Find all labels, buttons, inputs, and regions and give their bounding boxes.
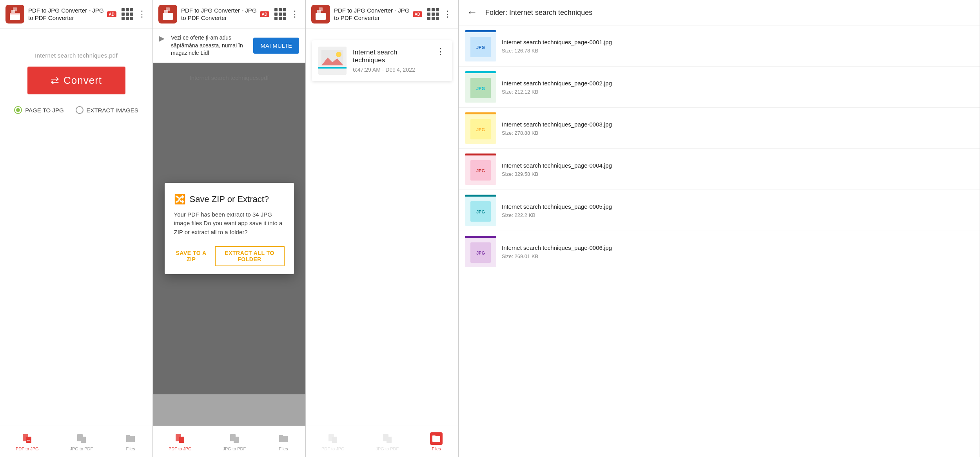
panel-3: PDF to JPG Converter - JPG to PDF Conver… (306, 0, 459, 457)
app-bar-2: PDF to JPG Converter - JPG to PDF Conver… (153, 0, 305, 29)
app-bar-actions-3: AD ⋮ (413, 7, 453, 21)
nav-files-label-2: Files (279, 446, 288, 451)
back-button[interactable]: ← (466, 6, 477, 19)
nav-pdf-jpg-label-2: PDF to JPG (169, 446, 192, 451)
nav-jpg-to-pdf-1[interactable]: JPG to PDF (70, 432, 93, 451)
file-thumbnail: JPG (465, 195, 496, 226)
nav-pdf-jpg-icon-3 (327, 432, 339, 445)
nav-files-label-3: Files (432, 446, 441, 451)
svg-rect-8 (81, 437, 86, 443)
mai-multe-button[interactable]: MAI MULTE (253, 38, 299, 54)
file-item[interactable]: JPG Internet search techniques_page-0006… (459, 231, 980, 272)
overflow-menu-3[interactable]: ⋮ (443, 9, 453, 19)
nav-files-2[interactable]: Files (277, 432, 290, 451)
radio-extract-images[interactable]: EXTRACT IMAGES (76, 106, 138, 114)
ad-badge-2: AD (260, 11, 269, 17)
file-size-text: Size: 329.58 KB (502, 171, 973, 177)
file-item[interactable]: JPG Internet search techniques_page-0002… (459, 67, 980, 108)
folder-header-title: Folder: Internet search techniques (485, 9, 592, 17)
convert-label: Convert (64, 74, 102, 87)
grid-icon-btn-1[interactable] (120, 7, 134, 21)
svg-text:JPG: JPG (476, 45, 485, 50)
ad-badge-1: AD (107, 11, 116, 17)
nav-jpg-pdf-icon-3 (381, 432, 394, 445)
panel-1-content: Internet search techniques.pdf ⇄ Convert… (0, 29, 152, 426)
app-bar-1: PDF to JPG Converter - JPG to PDF Conver… (0, 0, 152, 29)
grid-dots-icon-1 (122, 8, 133, 20)
nav-pdf-to-jpg-2[interactable]: PDF to JPG (169, 432, 192, 451)
nav-files-label-1: Files (126, 446, 135, 451)
file-info: Internet search techniques_page-0006.jpg… (502, 244, 973, 259)
bottom-nav-1: JPG PDF to JPG JPG to PDF Files (0, 426, 152, 457)
ad-play-button[interactable]: ▶ (159, 34, 165, 43)
app-bar-actions-1: AD ⋮ (107, 7, 147, 21)
nav-jpg-to-pdf-3[interactable]: JPG to PDF (376, 432, 399, 451)
file-size-text: Size: 278.88 KB (502, 130, 973, 136)
extract-all-to-folder-button[interactable]: EXTRACT ALL TO FOLDER (215, 246, 285, 266)
svg-point-26 (336, 52, 341, 57)
dialog-actions: SAVE TO A ZIP EXTRACT ALL TO FOLDER (174, 246, 285, 266)
file-item[interactable]: JPG Internet search techniques_page-0001… (459, 25, 980, 67)
convert-button[interactable]: ⇄ Convert (27, 67, 125, 94)
folder-menu-button[interactable]: ⋮ (436, 47, 446, 57)
radio-page-to-jpg[interactable]: PAGE TO JPG (14, 106, 64, 114)
svg-text:JPG: JPG (476, 251, 485, 255)
file-item[interactable]: JPG Internet search techniques_page-0003… (459, 108, 980, 149)
svg-rect-27 (318, 67, 347, 69)
grid-dots-icon-2 (274, 8, 286, 20)
radio-circle-extract (76, 106, 83, 114)
nav-pdf-jpg-label-3: PDF to JPG (321, 446, 345, 451)
nav-pdf-jpg-label-1: PDF to JPG (16, 446, 39, 451)
svg-rect-10 (126, 435, 130, 437)
file-size-text: Size: 269.01 KB (502, 253, 973, 259)
dialog-icon: 🔀 (174, 194, 186, 205)
file-info: Internet search techniques_page-0005.jpg… (502, 202, 973, 218)
folder-card[interactable]: Internet search techniques 6:47:29 AM - … (312, 40, 452, 81)
file-info: Internet search techniques_page-0004.jpg… (502, 161, 973, 177)
file-name-text: Internet search techniques_page-0003.jpg (502, 120, 973, 128)
nav-files-icon-1 (124, 432, 137, 445)
grid-icon-btn-2[interactable] (273, 7, 287, 21)
file-item[interactable]: JPG Internet search techniques_page-0004… (459, 149, 980, 190)
file-thumbnail: JPG (465, 30, 496, 61)
overflow-menu-2[interactable]: ⋮ (290, 9, 300, 19)
grid-icon-btn-3[interactable] (426, 7, 440, 21)
svg-rect-19 (279, 435, 283, 437)
dialog-body: Your PDF has been extract to 34 JPG imag… (174, 210, 285, 237)
file-name-text: Internet search techniques_page-0001.jpg (502, 38, 973, 46)
folder-name: Internet search techniques (353, 49, 430, 64)
panel-1: PDF to JPG Converter - JPG to PDF Conver… (0, 0, 153, 457)
file-name-text: Internet search techniques_page-0005.jpg (502, 202, 973, 211)
nav-files-1[interactable]: Files (124, 432, 137, 451)
bottom-nav-2: PDF to JPG JPG to PDF Files (153, 426, 305, 457)
file-info: Internet search techniques_page-0001.jpg… (502, 38, 973, 54)
file-item[interactable]: JPG Internet search techniques_page-0005… (459, 190, 980, 231)
dialog-title-text: Save ZIP or Extract? (190, 194, 269, 204)
file-thumbnail: JPG (465, 154, 496, 185)
app-icon-3 (311, 5, 330, 23)
grid-dots-icon-3 (427, 8, 439, 20)
nav-files-icon-3 (430, 432, 443, 445)
svg-rect-29 (332, 437, 337, 443)
nav-jpg-pdf-icon-2 (228, 432, 241, 445)
svg-rect-13 (166, 7, 170, 11)
nav-pdf-to-jpg-3[interactable]: PDF to JPG (321, 432, 345, 451)
svg-rect-22 (319, 7, 323, 11)
ad-text: Vezi ce oferte ți-am adus săptămâna acea… (171, 34, 249, 57)
file-list-header: ← Folder: Internet search techniques (459, 0, 980, 25)
nav-files-3[interactable]: Files (430, 432, 443, 451)
radio-page-label: PAGE TO JPG (25, 107, 64, 114)
panel-2: PDF to JPG Converter - JPG to PDF Conver… (153, 0, 306, 457)
nav-jpg-pdf-label-1: JPG to PDF (70, 446, 93, 451)
radio-extract-label: EXTRACT IMAGES (87, 107, 138, 114)
nav-jpg-to-pdf-2[interactable]: JPG to PDF (223, 432, 246, 451)
ad-badge-3: AD (413, 11, 422, 17)
file-size-text: Size: 212.12 KB (502, 89, 973, 95)
svg-text:JPG: JPG (476, 127, 485, 132)
overflow-menu-1[interactable]: ⋮ (138, 9, 147, 19)
nav-jpg-pdf-icon-1 (75, 432, 88, 445)
file-name-text: Internet search techniques_page-0002.jpg (502, 79, 973, 87)
svg-rect-33 (432, 435, 436, 437)
nav-pdf-to-jpg-1[interactable]: JPG PDF to JPG (16, 432, 39, 451)
save-to-zip-button[interactable]: SAVE TO A ZIP (174, 246, 209, 266)
